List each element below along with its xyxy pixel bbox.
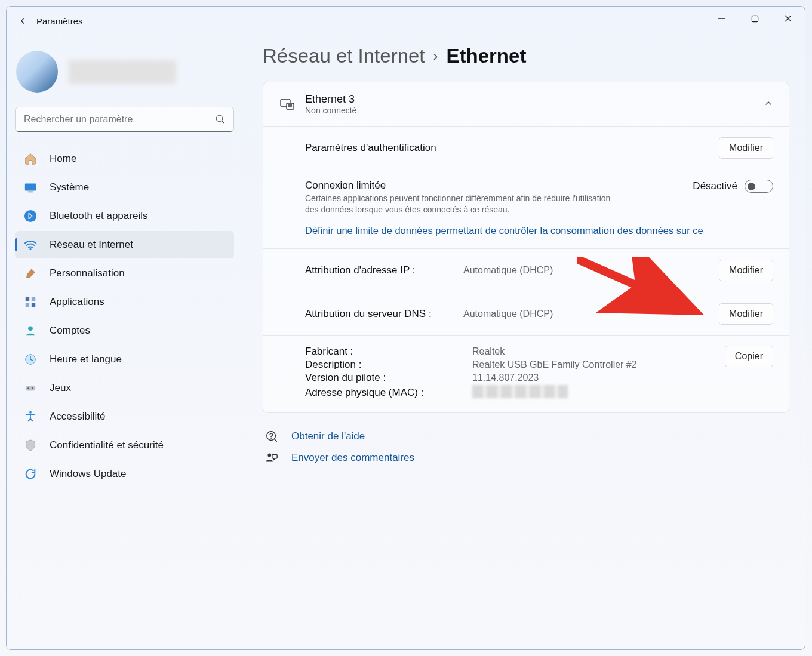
avatar bbox=[16, 51, 58, 93]
svg-point-10 bbox=[28, 326, 33, 331]
svg-rect-0 bbox=[752, 16, 758, 21]
nav-label: Accessibilité bbox=[50, 411, 106, 423]
metered-desc: Certaines applications peuvent fonctionn… bbox=[305, 193, 622, 215]
nav-item-time-lang[interactable]: Heure et langue bbox=[15, 346, 234, 373]
metered-title: Connexion limitée bbox=[305, 180, 681, 192]
nav-item-network[interactable]: Réseau et Internet bbox=[15, 231, 234, 258]
nav-label: Jeux bbox=[50, 382, 71, 394]
svg-point-4 bbox=[24, 210, 36, 222]
nav-label: Comptes bbox=[50, 325, 90, 337]
sidebar: Home Système Bluetooth et appareils Rése… bbox=[7, 35, 242, 649]
dns-value: Automatique (DHCP) bbox=[463, 309, 684, 319]
brush-icon bbox=[23, 266, 38, 281]
data-limit-link[interactable]: Définir une limite de données permettant… bbox=[263, 215, 789, 248]
svg-rect-12 bbox=[26, 386, 36, 390]
breadcrumb: Réseau et Internet › Ethernet bbox=[263, 45, 789, 67]
row-ip: Attribution d'adresse IP : Automatique (… bbox=[263, 249, 789, 292]
search-box[interactable] bbox=[15, 107, 234, 132]
ethernet-status: Non connecté bbox=[305, 106, 754, 115]
auth-modify-button[interactable]: Modifier bbox=[719, 137, 773, 159]
clock-globe-icon bbox=[23, 352, 38, 367]
breadcrumb-parent[interactable]: Réseau et Internet bbox=[263, 45, 425, 67]
nav-label: Personnalisation bbox=[50, 267, 125, 279]
bluetooth-icon bbox=[23, 209, 38, 223]
desc-key: Description : bbox=[305, 359, 460, 371]
svg-rect-3 bbox=[27, 191, 33, 192]
nav-item-privacy[interactable]: Confidentialité et sécurité bbox=[15, 432, 234, 459]
nav-label: Applications bbox=[50, 296, 104, 308]
settings-window: Paramètres Home bbox=[6, 6, 805, 650]
user-name-blur bbox=[69, 60, 176, 84]
chevron-right-icon: › bbox=[433, 48, 438, 64]
svg-rect-8 bbox=[26, 303, 29, 307]
svg-rect-7 bbox=[32, 297, 35, 301]
nav-item-system[interactable]: Système bbox=[15, 174, 234, 201]
svg-rect-2 bbox=[25, 184, 36, 191]
nav-label: Système bbox=[50, 181, 89, 193]
metered-state: Désactivé bbox=[693, 180, 737, 192]
back-button[interactable] bbox=[13, 16, 33, 26]
ip-modify-button[interactable]: Modifier bbox=[719, 260, 773, 281]
nav-item-update[interactable]: Windows Update bbox=[15, 460, 234, 488]
ip-value: Automatique (DHCP) bbox=[463, 265, 684, 276]
mac-val bbox=[472, 385, 684, 401]
chevron-up-icon bbox=[764, 98, 773, 110]
desc-val: Realtek USB GbE Family Controller #2 bbox=[472, 359, 684, 370]
svg-point-13 bbox=[27, 387, 29, 389]
close-button[interactable] bbox=[771, 7, 805, 30]
gamepad-icon bbox=[23, 381, 38, 395]
auth-label: Paramètres d'authentification bbox=[305, 142, 684, 154]
nav-item-accessibility[interactable]: Accessibilité bbox=[15, 403, 234, 430]
maximize-button[interactable] bbox=[738, 7, 771, 30]
svg-point-1 bbox=[216, 115, 223, 122]
update-icon bbox=[23, 467, 38, 481]
nav-item-bluetooth[interactable]: Bluetooth et appareils bbox=[15, 202, 234, 230]
search-input[interactable] bbox=[15, 107, 234, 132]
home-icon bbox=[23, 152, 38, 166]
arrow-left-icon bbox=[17, 16, 28, 26]
dns-label: Attribution du serveur DNS : bbox=[305, 308, 451, 320]
shield-icon bbox=[23, 438, 38, 452]
svg-point-15 bbox=[29, 411, 32, 414]
ethernet-header[interactable]: Ethernet 3 Non connecté bbox=[263, 82, 789, 126]
nav-item-accounts[interactable]: Comptes bbox=[15, 317, 234, 344]
mac-key: Adresse physique (MAC) : bbox=[305, 387, 460, 399]
svg-rect-6 bbox=[26, 297, 29, 301]
minimize-button[interactable] bbox=[705, 7, 738, 30]
ip-label: Attribution d'adresse IP : bbox=[305, 264, 451, 276]
person-icon bbox=[23, 324, 38, 338]
properties: Fabricant : Realtek Copier Description :… bbox=[263, 336, 789, 412]
row-auth: Paramètres d'authentification Modifier bbox=[263, 127, 789, 170]
nav-item-personalization[interactable]: Personnalisation bbox=[15, 260, 234, 287]
wifi-icon bbox=[23, 238, 38, 252]
nav: Home Système Bluetooth et appareils Rése… bbox=[15, 145, 234, 488]
svg-rect-9 bbox=[32, 303, 35, 307]
ethernet-icon bbox=[279, 98, 296, 111]
ethernet-card: Ethernet 3 Non connecté Paramètres d'aut… bbox=[263, 82, 789, 413]
nav-item-gaming[interactable]: Jeux bbox=[15, 374, 234, 402]
main-content: Réseau et Internet › Ethernet Ethernet 3… bbox=[242, 35, 805, 649]
feedback-link[interactable]: Envoyer des commentaires bbox=[264, 451, 789, 464]
page-title: Ethernet bbox=[447, 45, 527, 67]
copy-button[interactable]: Copier bbox=[725, 346, 773, 367]
metered-toggle[interactable] bbox=[745, 180, 773, 193]
ethernet-name: Ethernet 3 bbox=[305, 93, 754, 106]
svg-point-14 bbox=[32, 387, 33, 389]
feedback-icon bbox=[264, 451, 279, 464]
search-icon bbox=[215, 114, 226, 125]
dns-modify-button[interactable]: Modifier bbox=[719, 303, 773, 325]
nav-item-apps[interactable]: Applications bbox=[15, 288, 234, 316]
nav-label: Réseau et Internet bbox=[50, 239, 133, 251]
nav-label: Home bbox=[50, 153, 76, 165]
footer-links: Obtenir de l'aide Envoyer des commentair… bbox=[264, 430, 789, 464]
apps-icon bbox=[23, 295, 38, 309]
user-block[interactable] bbox=[15, 45, 234, 107]
nav-item-home[interactable]: Home bbox=[15, 145, 234, 173]
window-controls bbox=[705, 7, 805, 30]
help-label: Obtenir de l'aide bbox=[291, 430, 365, 442]
help-link[interactable]: Obtenir de l'aide bbox=[264, 430, 789, 443]
nav-label: Windows Update bbox=[50, 468, 127, 480]
row-dns: Attribution du serveur DNS : Automatique… bbox=[263, 292, 789, 335]
mac-blur bbox=[472, 385, 568, 398]
maker-val: Realtek bbox=[472, 346, 684, 357]
